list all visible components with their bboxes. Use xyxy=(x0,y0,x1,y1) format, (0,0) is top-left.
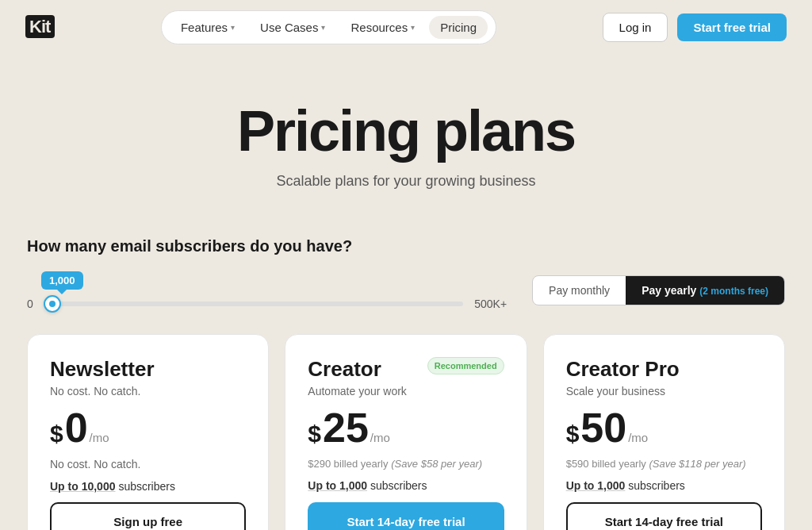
login-button[interactable]: Log in xyxy=(603,13,668,42)
page-title: Pricing plans xyxy=(25,102,787,162)
plan-subtitle: Scale your business xyxy=(566,385,680,398)
price-period: /mo xyxy=(628,431,648,444)
billing-yearly[interactable]: Pay yearly (2 months free) xyxy=(626,276,784,305)
subscribers-label: subscribers xyxy=(370,479,427,492)
price-row: $ 25 /mo xyxy=(308,407,504,448)
no-cost-note: No cost. No catch. xyxy=(50,458,246,470)
plan-header: Creator Automate your work Recommended xyxy=(308,357,504,398)
subscribers-label: subscribers xyxy=(628,479,685,492)
plan-cta-button[interactable]: Sign up free xyxy=(50,502,246,530)
slider-track[interactable] xyxy=(44,301,463,306)
billing-toggle: Pay monthly Pay yearly (2 months free) xyxy=(532,275,785,305)
subscribers-count: Up to 10,000 xyxy=(50,480,115,493)
hero-section: Pricing plans Scalable plans for your gr… xyxy=(0,54,812,213)
subscriber-section: How many email subscribers do you have? … xyxy=(2,237,810,310)
plan-title: Creator xyxy=(308,357,407,382)
plan-subtitle: No cost. No catch. xyxy=(50,385,155,398)
start-trial-button[interactable]: Start free trial xyxy=(677,13,787,41)
nav-actions: Log in Start free trial xyxy=(603,13,787,42)
pricing-cards: Newsletter No cost. No catch. $ 0 /mo No… xyxy=(2,334,810,530)
plan-title: Newsletter xyxy=(50,357,155,382)
nav-links: Features ▾ Use Cases ▾ Resources ▾ Prici… xyxy=(161,10,496,44)
price-yearly: $290 billed yearly (Save $58 per year) xyxy=(308,458,504,470)
plan-title: Creator Pro xyxy=(566,357,680,382)
price-dollar: $ xyxy=(308,421,321,447)
slider-thumb[interactable] xyxy=(44,295,61,313)
price-dollar: $ xyxy=(566,421,580,447)
price-save: (Save $58 per year) xyxy=(391,458,482,470)
chevron-down-icon: ▾ xyxy=(321,23,325,32)
plan-cta-button[interactable]: Start 14-day free trial xyxy=(308,502,504,530)
plan-title-group: Newsletter No cost. No catch. xyxy=(50,357,155,398)
plan-newsletter: Newsletter No cost. No catch. $ 0 /mo No… xyxy=(27,334,269,530)
billing-monthly[interactable]: Pay monthly xyxy=(533,276,626,305)
slider-thumb-inner xyxy=(49,301,56,307)
navigation: Kit Features ▾ Use Cases ▾ Resources ▾ P… xyxy=(0,0,812,54)
plan-title-group: Creator Automate your work xyxy=(308,357,407,398)
slider-min-label: 0 xyxy=(27,298,33,310)
plan-header: Newsletter No cost. No catch. xyxy=(50,357,246,398)
subscribers-label: subscribers xyxy=(118,480,175,493)
nav-item-resources[interactable]: Resources ▾ xyxy=(339,16,426,39)
slider-row: 1,000 0 500K+ Pay monthly Pay yearly (2 … xyxy=(27,271,785,310)
plan-title-group: Creator Pro Scale your business xyxy=(566,357,680,398)
logo[interactable]: Kit xyxy=(25,17,55,37)
logo-text: Kit xyxy=(25,15,55,38)
subscribers-line: Up to 1,000 subscribers xyxy=(308,479,504,492)
slider-track-row: 0 500K+ xyxy=(27,298,507,310)
price-yearly: $590 billed yearly (Save $118 per year) xyxy=(566,458,762,470)
slider-max-label: 500K+ xyxy=(474,298,507,310)
plan-creator: Creator Automate your work Recommended $… xyxy=(285,334,527,530)
plan-subtitle: Automate your work xyxy=(308,385,407,398)
chevron-down-icon: ▾ xyxy=(411,23,415,32)
price-row: $ 50 /mo xyxy=(566,407,762,448)
hero-subtitle: Scalable plans for your growing business xyxy=(25,173,787,190)
price-period: /mo xyxy=(90,431,109,444)
subscribers-line: Up to 1,000 subscribers xyxy=(566,479,762,492)
subscriber-question: How many email subscribers do you have? xyxy=(27,237,785,255)
slider-container: 1,000 0 500K+ xyxy=(27,271,507,310)
price-amount: 0 xyxy=(65,407,88,448)
price-period: /mo xyxy=(370,431,390,444)
chevron-down-icon: ▾ xyxy=(231,23,235,32)
price-amount: 25 xyxy=(323,407,369,448)
price-save: (Save $118 per year) xyxy=(649,458,745,470)
nav-item-pricing[interactable]: Pricing xyxy=(429,16,488,39)
price-amount: 50 xyxy=(580,407,626,448)
nav-item-use-cases[interactable]: Use Cases ▾ xyxy=(249,16,336,39)
plan-cta-button[interactable]: Start 14-day free trial xyxy=(566,502,762,530)
price-row: $ 0 /mo xyxy=(50,407,246,448)
billing-yearly-badge: (2 months free) xyxy=(699,286,768,297)
price-dollar: $ xyxy=(50,421,63,447)
subscribers-count: Up to 1,000 xyxy=(308,479,367,492)
plan-header: Creator Pro Scale your business xyxy=(566,357,762,398)
recommended-badge: Recommended xyxy=(427,357,504,374)
nav-item-features[interactable]: Features ▾ xyxy=(170,16,246,39)
slider-bubble: 1,000 xyxy=(41,271,83,290)
subscribers-line: Up to 10,000 subscribers xyxy=(50,480,246,493)
plan-creator-pro: Creator Pro Scale your business $ 50 /mo… xyxy=(543,334,785,530)
subscribers-count: Up to 1,000 xyxy=(566,479,626,492)
